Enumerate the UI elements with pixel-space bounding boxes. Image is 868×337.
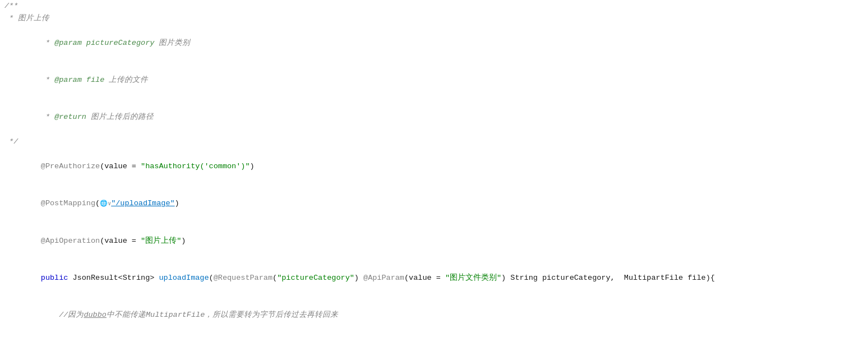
code-line: //因为dubbo中不能传递MultipartFile，所以需要转为字节后传过去… [0, 297, 868, 334]
code-editor: /** * 图片上传 * @param pictureCategory 图片类别… [0, 0, 868, 337]
code-line: public JsonResult<String> uploadImage(@R… [0, 260, 868, 297]
code-line: * 图片上传 [0, 12, 868, 25]
code-line: * @param file 上传的文件 [0, 62, 868, 99]
code-line: byte[] arr=null; [0, 334, 868, 337]
code-line: * @param pictureCategory 图片类别 [0, 25, 868, 62]
code-line: @PreAuthorize(value = "hasAuthority('com… [0, 148, 868, 185]
globe-icon: 🌐 [100, 200, 108, 207]
code-line: * @return 图片上传后的路径 [0, 99, 868, 136]
code-line: @PostMapping(🌐∨"/uploadImage") [0, 185, 868, 223]
code-line: /** [0, 0, 868, 12]
code-line: */ [0, 136, 868, 148]
code-block: /** * 图片上传 * @param pictureCategory 图片类别… [0, 0, 868, 337]
code-line: @ApiOperation(value = "图片上传") [0, 223, 868, 260]
